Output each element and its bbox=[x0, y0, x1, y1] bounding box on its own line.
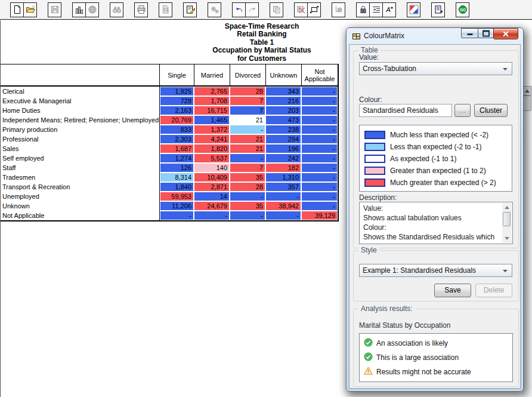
table-cell[interactable]: - bbox=[301, 144, 338, 153]
table-cell[interactable]: 21 bbox=[230, 144, 265, 153]
bar-chart-button[interactable] bbox=[72, 2, 86, 17]
save-button[interactable]: Save bbox=[434, 284, 471, 297]
table-cell[interactable]: 728 bbox=[160, 96, 194, 106]
table-cell[interactable]: 7 bbox=[230, 96, 265, 106]
table-cell[interactable]: 242 bbox=[265, 153, 301, 163]
row-label[interactable]: Professional bbox=[1, 134, 160, 144]
row-label[interactable]: Clerical bbox=[1, 87, 160, 96]
table-cell[interactable]: 21 bbox=[230, 134, 265, 144]
table-cell[interactable]: 7 bbox=[230, 106, 265, 115]
value-combobox[interactable]: Cross-Tabulation bbox=[359, 62, 512, 75]
table-cell[interactable]: - bbox=[301, 106, 338, 115]
table-cell[interactable]: 28 bbox=[230, 182, 265, 192]
table-cell[interactable]: 1,820 bbox=[194, 144, 230, 153]
table-cell[interactable]: - bbox=[301, 115, 338, 125]
style-combobox[interactable]: Example 1: Standardised Residuals bbox=[359, 264, 512, 277]
table-cell[interactable]: 1,840 bbox=[160, 182, 194, 192]
table-cell[interactable]: 1,310 bbox=[265, 173, 301, 182]
table-cell[interactable]: - bbox=[194, 211, 230, 220]
font-size-button[interactable]: A bbox=[382, 2, 396, 17]
row-label[interactable]: Independent Means; Retired; Pensioner; U… bbox=[1, 115, 160, 125]
table-cell[interactable]: 10,409 bbox=[194, 173, 230, 182]
column-header[interactable]: Unknown bbox=[265, 64, 301, 87]
table-cell[interactable]: 473 bbox=[265, 115, 301, 125]
scrollbar-thumb[interactable] bbox=[522, 96, 531, 111]
colour-matrix-button[interactable] bbox=[407, 2, 420, 17]
go-button[interactable]: GO bbox=[456, 2, 469, 17]
table-cell[interactable]: - bbox=[301, 182, 338, 192]
row-label[interactable]: Executive & Managerial bbox=[1, 96, 160, 106]
scrollbar-thumb[interactable] bbox=[503, 212, 511, 226]
row-label[interactable]: Staff bbox=[1, 163, 160, 173]
table-cell[interactable]: 833 bbox=[160, 125, 194, 134]
table-cell[interactable]: 7 bbox=[230, 163, 265, 173]
table-cell[interactable]: 2,163 bbox=[160, 106, 194, 115]
table-cell[interactable]: - bbox=[301, 163, 338, 173]
cluster-button[interactable]: Cluster bbox=[474, 104, 508, 117]
delete-rows-button[interactable] bbox=[294, 2, 308, 17]
table-cell[interactable]: 1,465 bbox=[194, 115, 230, 125]
table-cell[interactable]: 4,241 bbox=[194, 134, 230, 144]
open-file-button[interactable] bbox=[23, 2, 37, 17]
scroll-up-button[interactable] bbox=[522, 86, 531, 96]
globe-button[interactable] bbox=[85, 2, 99, 17]
table-cell[interactable]: 1,708 bbox=[194, 96, 230, 106]
row-label[interactable]: Sales bbox=[1, 144, 160, 153]
table-cell[interactable]: 35 bbox=[230, 173, 265, 182]
table-cell[interactable]: 126 bbox=[160, 163, 194, 173]
table-cell[interactable]: 2,303 bbox=[160, 134, 194, 144]
indent-labels-button[interactable] bbox=[369, 2, 383, 17]
reshape-table-button[interactable] bbox=[307, 2, 321, 17]
column-header[interactable]: Married bbox=[194, 64, 230, 87]
table-cell[interactable]: - bbox=[301, 173, 338, 182]
table-cell[interactable]: - bbox=[265, 211, 301, 220]
table-cell[interactable]: 5,537 bbox=[194, 153, 230, 163]
column-header[interactable]: Not Applicable bbox=[301, 64, 338, 87]
table-cell[interactable]: 16,715 bbox=[194, 106, 230, 115]
table-cell[interactable]: - bbox=[230, 192, 265, 201]
print-button[interactable] bbox=[134, 2, 148, 17]
browse-button[interactable]: ... bbox=[454, 104, 471, 117]
table-cell[interactable]: 8,314 bbox=[160, 173, 194, 182]
table-cell[interactable]: 1,687 bbox=[160, 144, 194, 153]
table-cell[interactable]: 11,206 bbox=[160, 201, 194, 211]
table-cell[interactable]: 357 bbox=[265, 182, 301, 192]
close-button[interactable] bbox=[493, 28, 518, 39]
table-cell[interactable]: 35 bbox=[230, 201, 265, 211]
table-cell[interactable]: 2,871 bbox=[194, 182, 230, 192]
table-cell[interactable]: 1,372 bbox=[194, 125, 230, 134]
column-header[interactable]: Single bbox=[160, 64, 194, 87]
new-document-button[interactable] bbox=[10, 2, 24, 17]
table-cell[interactable]: 343 bbox=[265, 87, 301, 96]
table-cell[interactable]: 1,274 bbox=[160, 153, 194, 163]
table-cell[interactable]: 294 bbox=[265, 134, 301, 144]
row-label[interactable]: Transport & Recreation bbox=[1, 182, 160, 192]
row-label[interactable]: Primary production bbox=[1, 125, 160, 134]
table-cell[interactable]: 238 bbox=[265, 125, 301, 134]
table-cell[interactable]: 216 bbox=[265, 96, 301, 106]
row-label[interactable]: Not Applicable bbox=[1, 211, 160, 220]
table-cell[interactable]: 1,925 bbox=[160, 87, 194, 96]
table-cell[interactable]: 20,769 bbox=[160, 115, 194, 125]
table-cell[interactable]: 28 bbox=[230, 87, 265, 96]
table-cell[interactable]: - bbox=[301, 192, 338, 201]
table-cell[interactable]: - bbox=[301, 153, 338, 163]
new-report-button[interactable] bbox=[431, 2, 445, 17]
table-cell[interactable]: 203 bbox=[265, 106, 301, 115]
maximize-button[interactable] bbox=[478, 28, 494, 38]
table-cell[interactable]: 21 bbox=[230, 115, 265, 125]
row-label[interactable]: Self employed bbox=[1, 153, 160, 163]
table-cell[interactable]: - bbox=[301, 125, 338, 134]
lock-button[interactable] bbox=[356, 2, 370, 17]
table-cell[interactable]: 182 bbox=[265, 163, 301, 173]
table-cell[interactable]: 59,953 bbox=[160, 192, 194, 201]
table-cell[interactable]: 2,765 bbox=[194, 87, 230, 96]
minimize-button[interactable] bbox=[461, 28, 478, 38]
table-cell[interactable]: 38,942 bbox=[265, 201, 301, 211]
table-cell[interactable]: 140 bbox=[194, 163, 230, 173]
table-cell[interactable]: 196 bbox=[265, 144, 301, 153]
table-cell[interactable]: - bbox=[301, 134, 338, 144]
row-label[interactable]: Unknown bbox=[1, 201, 160, 211]
table-vertical-scrollbar[interactable] bbox=[522, 86, 532, 397]
edit-annotations-button[interactable] bbox=[183, 2, 197, 17]
